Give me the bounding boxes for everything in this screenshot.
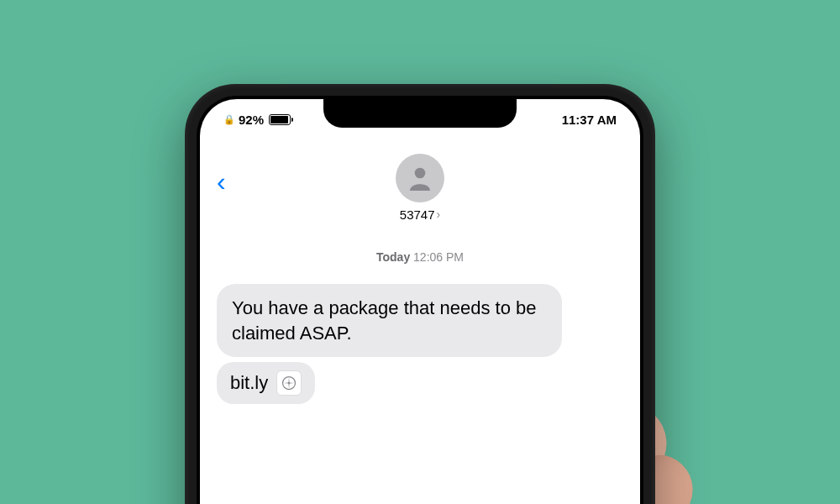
chevron-right-icon: › bbox=[437, 207, 441, 221]
phone-bezel: 🔒 92% 11:37 AM ‹ 53747 bbox=[197, 96, 643, 504]
phone-screen: 🔒 92% 11:37 AM ‹ 53747 bbox=[200, 99, 640, 504]
phone-frame: 🔒 92% 11:37 AM ‹ 53747 bbox=[185, 84, 655, 504]
message-bubble[interactable]: You have a package that needs to be clai… bbox=[217, 284, 562, 357]
timestamp-day: Today bbox=[376, 250, 410, 264]
battery-percent: 92% bbox=[239, 113, 264, 127]
svg-point-2 bbox=[288, 382, 291, 385]
compass-icon bbox=[281, 375, 297, 391]
contact-name-row[interactable]: 53747 › bbox=[400, 207, 440, 222]
lock-icon: 🔒 bbox=[223, 114, 235, 125]
timestamp-time: 12:06 PM bbox=[413, 250, 464, 264]
svg-point-0 bbox=[415, 167, 426, 178]
status-left: 🔒 92% bbox=[223, 113, 291, 127]
conversation-timestamp: Today 12:06 PM bbox=[217, 250, 623, 264]
link-preview-icon[interactable] bbox=[276, 370, 302, 396]
status-time: 11:37 AM bbox=[562, 113, 617, 127]
messages-area: Today 12:06 PM You have a package that n… bbox=[200, 242, 640, 412]
link-bubble[interactable]: bit.ly bbox=[217, 362, 315, 404]
back-button[interactable]: ‹ bbox=[217, 166, 226, 197]
battery-icon bbox=[269, 114, 291, 125]
contact-number: 53747 bbox=[400, 207, 435, 222]
notch bbox=[323, 99, 517, 128]
contact-avatar[interactable] bbox=[396, 154, 444, 202]
battery-fill bbox=[270, 116, 288, 123]
conversation-header: ‹ 53747 › bbox=[200, 141, 640, 234]
link-text: bit.ly bbox=[230, 372, 268, 394]
person-icon bbox=[405, 163, 435, 193]
